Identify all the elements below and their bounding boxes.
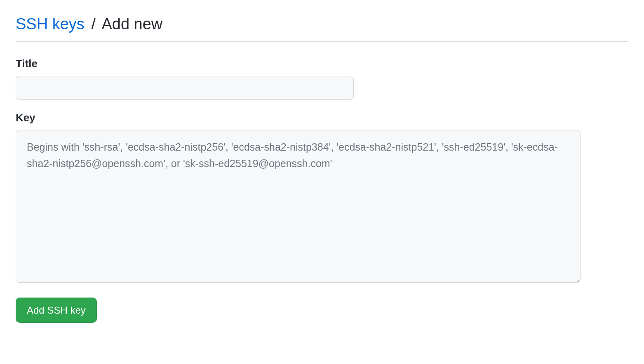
add-ssh-key-button[interactable]: Add SSH key <box>16 298 97 323</box>
title-label: Title <box>16 57 628 70</box>
breadcrumb-separator: / <box>91 15 96 33</box>
title-input[interactable] <box>16 76 354 100</box>
form-group-title: Title <box>16 57 628 100</box>
breadcrumb-current: Add new <box>101 15 162 33</box>
key-textarea[interactable] <box>16 130 581 283</box>
breadcrumb-link-ssh-keys[interactable]: SSH keys <box>16 15 85 33</box>
form-group-key: Key <box>16 111 628 284</box>
page-header: SSH keys / Add new <box>16 15 628 42</box>
key-label: Key <box>16 111 628 124</box>
page-title: SSH keys / Add new <box>16 15 628 34</box>
add-ssh-key-form: Title Key Add SSH key <box>16 57 628 323</box>
